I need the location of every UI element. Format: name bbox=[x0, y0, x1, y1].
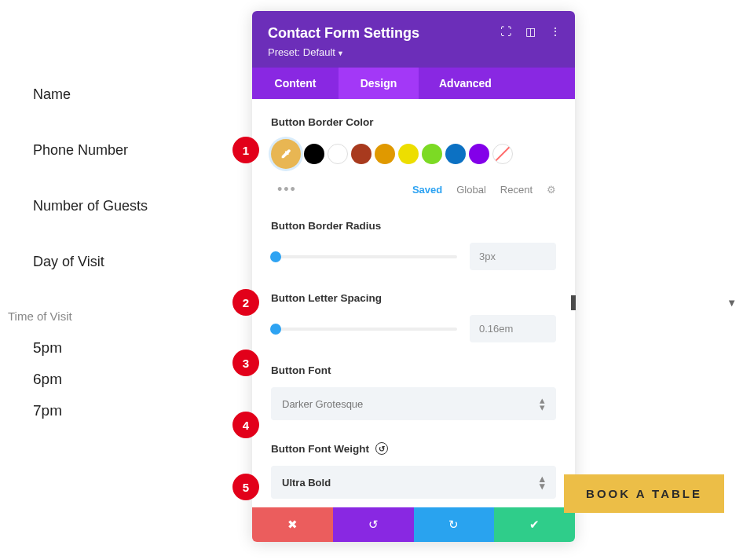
cancel-button[interactable]: ✖ bbox=[252, 507, 333, 542]
swatch-white[interactable] bbox=[328, 144, 348, 164]
global-tab[interactable]: Global bbox=[456, 184, 486, 196]
letter-spacing-label: Button Letter Spacing bbox=[271, 292, 556, 304]
chevron-updown-icon: ▴▾ bbox=[540, 397, 545, 411]
weight-label: Button Font Weight ↺ bbox=[271, 442, 556, 455]
more-colors-icon[interactable]: ••• bbox=[271, 181, 297, 198]
swatch-orange[interactable] bbox=[375, 144, 395, 164]
weight-select[interactable]: Ultra Bold ▴▾ bbox=[271, 466, 556, 499]
field-name[interactable]: Name bbox=[8, 86, 228, 103]
field-phone[interactable]: Phone Number bbox=[8, 142, 228, 159]
panel-header: Contact Form Settings Preset: Default▼ ⛶… bbox=[252, 11, 575, 68]
chevron-down-icon[interactable]: ▼ bbox=[727, 297, 737, 309]
swatch-black[interactable] bbox=[304, 144, 324, 164]
save-button[interactable]: ✔ bbox=[494, 507, 575, 542]
recent-tab[interactable]: Recent bbox=[500, 184, 533, 196]
panel-footer: ✖ ↺ ↻ ✔ bbox=[252, 507, 575, 542]
font-label: Button Font bbox=[271, 364, 556, 376]
expand-icon[interactable]: ⛶ bbox=[500, 25, 511, 38]
swatch-purple[interactable] bbox=[469, 144, 489, 164]
book-table-button[interactable]: BOOK A TABLE bbox=[564, 474, 724, 513]
saved-tab[interactable]: Saved bbox=[412, 184, 442, 196]
annotation-5: 5 bbox=[232, 474, 259, 500]
time-6pm[interactable]: 6pm bbox=[8, 364, 228, 395]
panel-tabs: Content Design Advanced bbox=[252, 68, 575, 99]
chevron-updown-icon: ▴▾ bbox=[540, 475, 545, 489]
annotation-2: 2 bbox=[232, 289, 259, 316]
tab-content[interactable]: Content bbox=[252, 68, 339, 99]
kebab-menu-icon[interactable]: ⋮ bbox=[550, 25, 561, 38]
time-7pm[interactable]: 7pm bbox=[8, 395, 228, 426]
weight-value: Ultra Bold bbox=[282, 477, 331, 489]
border-radius-input[interactable] bbox=[470, 243, 556, 270]
scrollbar-hint[interactable] bbox=[571, 295, 576, 310]
eyedropper-icon bbox=[280, 148, 292, 160]
swatch-blue[interactable] bbox=[445, 144, 466, 164]
time-5pm[interactable]: 5pm bbox=[8, 332, 228, 364]
panel-body: Button Border Color ••• Saved Global bbox=[252, 99, 575, 507]
redo-button[interactable]: ↻ bbox=[414, 507, 495, 542]
eyedropper-button[interactable] bbox=[271, 139, 301, 169]
settings-panel: Contact Form Settings Preset: Default▼ ⛶… bbox=[252, 11, 575, 542]
field-guests[interactable]: Number of Guests bbox=[8, 198, 228, 214]
swatch-darkred[interactable] bbox=[351, 144, 372, 164]
tab-design[interactable]: Design bbox=[339, 68, 419, 99]
form-fields-container: Name Phone Number Number of Guests Day o… bbox=[8, 86, 228, 426]
annotation-4: 4 bbox=[232, 412, 259, 438]
letter-spacing-slider[interactable] bbox=[271, 328, 457, 331]
annotation-1: 1 bbox=[232, 137, 259, 163]
preset-dropdown[interactable]: Preset: Default▼ bbox=[268, 46, 559, 58]
font-value: Darker Grotesque bbox=[282, 398, 363, 410]
swatch-green[interactable] bbox=[422, 144, 442, 164]
font-select[interactable]: Darker Grotesque ▴▾ bbox=[271, 387, 556, 420]
letter-spacing-input[interactable] bbox=[470, 315, 556, 342]
border-radius-label: Button Border Radius bbox=[271, 220, 556, 232]
tab-advanced[interactable]: Advanced bbox=[419, 68, 575, 99]
annotation-3: 3 bbox=[232, 350, 259, 376]
border-color-label: Button Border Color bbox=[271, 116, 556, 128]
gear-icon[interactable]: ⚙ bbox=[547, 184, 556, 196]
swatch-yellow[interactable] bbox=[398, 144, 419, 164]
field-day[interactable]: Day of Visit bbox=[8, 254, 228, 270]
layout-icon[interactable]: ◫ bbox=[525, 25, 536, 38]
border-radius-slider[interactable] bbox=[271, 255, 457, 258]
undo-button[interactable]: ↺ bbox=[333, 507, 414, 542]
reset-icon[interactable]: ↺ bbox=[375, 442, 388, 455]
color-swatches bbox=[271, 139, 556, 169]
time-of-visit-label: Time of Visit bbox=[8, 309, 228, 323]
swatch-transparent[interactable] bbox=[492, 144, 513, 164]
